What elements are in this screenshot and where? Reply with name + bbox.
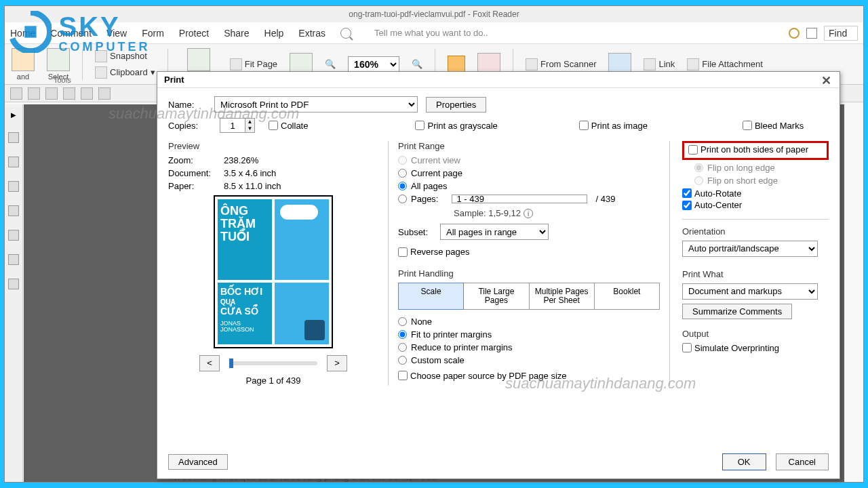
save-icon[interactable] xyxy=(28,87,40,100)
advanced-button[interactable]: Advanced xyxy=(168,454,228,470)
printer-dropdown[interactable]: Microsoft Print to PDF xyxy=(214,96,418,113)
current-view-radio[interactable]: Current view xyxy=(398,155,660,165)
output-label: Output xyxy=(682,329,829,339)
print-handling-label: Print Handling xyxy=(398,268,660,279)
sample-hint: Sample: 1,5-9,12i xyxy=(454,208,660,218)
zoom-in-icon[interactable]: 🔍 xyxy=(412,59,422,69)
window-tool-icon[interactable] xyxy=(806,28,817,39)
pages-input[interactable] xyxy=(452,195,587,203)
prev-page-button[interactable]: < xyxy=(199,355,220,371)
tab-scale[interactable]: Scale xyxy=(398,283,464,310)
auto-rotate-checkbox[interactable]: Auto-Rotate xyxy=(682,188,741,199)
menu-form[interactable]: Form xyxy=(142,28,164,39)
tab-booklet[interactable]: Booklet xyxy=(595,283,660,310)
simulate-overprinting-checkbox[interactable]: Simulate Overprinting xyxy=(682,343,779,353)
grayscale-checkbox[interactable]: Print as grayscale xyxy=(415,121,497,131)
comments-icon[interactable] xyxy=(8,181,19,192)
current-page-radio[interactable]: Current page xyxy=(398,168,660,178)
scale-custom-radio[interactable]: Custom scale xyxy=(398,355,660,365)
scale-none-radio[interactable]: None xyxy=(398,317,660,327)
print-as-image-checkbox[interactable]: Print as image xyxy=(579,121,648,131)
properties-button[interactable]: Properties xyxy=(426,97,486,113)
ok-button[interactable]: OK xyxy=(722,453,766,470)
document-size: 3.5 x 4.6 inch xyxy=(224,168,276,178)
clipboard-button[interactable]: Clipboard ▾ xyxy=(95,66,155,79)
pages-icon[interactable] xyxy=(8,157,19,167)
print-icon[interactable] xyxy=(98,87,111,100)
zoom-out-icon[interactable]: 🔍 xyxy=(325,59,336,69)
all-pages-radio[interactable]: All pages xyxy=(398,181,660,191)
title-bar: ong-tram-tuoi-pdf-vieclamvui.pdf - Foxit… xyxy=(5,6,863,22)
menu-share[interactable]: Share xyxy=(224,28,249,39)
close-icon[interactable]: ✕ xyxy=(817,73,835,88)
typewriter-tool[interactable] xyxy=(448,56,465,73)
redo-icon[interactable] xyxy=(63,87,75,100)
notification-icon[interactable] xyxy=(789,28,800,39)
scale-reduce-radio[interactable]: Reduce to printer margins xyxy=(398,342,660,352)
menu-extras[interactable]: Extras xyxy=(298,28,326,39)
flip-short-radio: Flip on short edge xyxy=(694,176,829,186)
copies-stepper[interactable]: ▲▼ xyxy=(220,118,255,133)
menu-home[interactable]: Home xyxy=(10,28,35,39)
page-slider[interactable] xyxy=(229,361,317,365)
menu-protect[interactable]: Protect xyxy=(179,28,209,39)
menu-view[interactable]: View xyxy=(106,28,127,39)
find-input[interactable]: Find xyxy=(824,26,858,41)
attachments-icon[interactable] xyxy=(8,205,19,216)
cancel-button[interactable]: Cancel xyxy=(776,453,829,470)
collate-checkbox[interactable]: Collate xyxy=(269,121,308,131)
search-icon xyxy=(340,28,351,39)
tell-me-input[interactable]: Tell me what you want to do.. xyxy=(374,28,488,38)
paper-size: 8.5 x 11.0 inch xyxy=(224,181,281,191)
hand-tool[interactable]: and xyxy=(12,48,35,81)
print-dialog: Print ✕ Name: Microsoft Print to PDF Pro… xyxy=(157,71,840,479)
from-scanner-button[interactable]: From Scanner xyxy=(526,58,596,70)
flip-long-radio: Flip on long edge xyxy=(694,163,829,173)
bookmarks-icon[interactable] xyxy=(8,132,19,143)
zoom-value: 238.26% xyxy=(224,155,258,165)
tab-tile[interactable]: Tile Large Pages xyxy=(464,283,529,310)
signatures-icon[interactable] xyxy=(8,230,19,241)
menu-help[interactable]: Help xyxy=(264,28,284,39)
snapshot-button[interactable]: Snapshot xyxy=(95,50,155,62)
bleed-marks-checkbox[interactable]: Bleed Marks xyxy=(743,121,804,131)
layers-icon[interactable] xyxy=(8,254,19,265)
menu-bar: Home Comment View Form Protect Share Hel… xyxy=(5,22,863,44)
pages-total: / 439 xyxy=(595,194,615,204)
orientation-dropdown[interactable]: Auto portrait/landscape xyxy=(682,241,818,257)
auto-center-checkbox[interactable]: Auto-Center xyxy=(682,200,742,210)
expand-icon[interactable]: ▶ xyxy=(11,111,16,119)
fit-page-button[interactable]: Fit Page xyxy=(230,58,277,70)
tab-multiple[interactable]: Multiple Pages Per Sheet xyxy=(530,283,595,310)
tool-icon[interactable] xyxy=(81,87,93,100)
menu-comment[interactable]: Comment xyxy=(50,28,92,39)
security-icon[interactable] xyxy=(8,279,19,289)
orientation-label: Orientation xyxy=(682,226,829,237)
print-what-dropdown[interactable]: Document and markups xyxy=(682,283,818,300)
page-indicator: Page 1 of 439 xyxy=(168,375,378,386)
subset-label: Subset: xyxy=(398,227,436,237)
tools-group-label: Tools xyxy=(54,76,71,84)
spin-up-icon[interactable]: ▲ xyxy=(245,119,254,125)
reverse-pages-checkbox[interactable]: Reverse pages xyxy=(398,247,469,257)
summarize-comments-button[interactable]: Summarize Comments xyxy=(682,304,792,319)
undo-icon[interactable] xyxy=(45,87,58,100)
link-button[interactable]: Link xyxy=(644,58,675,70)
paper-source-checkbox[interactable]: Choose paper source by PDF page size xyxy=(398,371,567,381)
both-sides-checkbox[interactable]: Print on both sides of paper xyxy=(688,144,808,155)
open-icon[interactable] xyxy=(10,87,22,100)
preview-label: Preview xyxy=(168,141,378,151)
zoom-dropdown[interactable]: 160% xyxy=(348,56,399,73)
next-page-button[interactable]: > xyxy=(327,355,347,371)
copies-input[interactable] xyxy=(220,119,245,132)
scale-fit-radio[interactable]: Fit to printer margins xyxy=(398,329,660,340)
file-attachment-button[interactable]: File Attachment xyxy=(687,58,763,70)
dialog-title: Print ✕ xyxy=(157,72,840,88)
spin-down-icon[interactable]: ▼ xyxy=(245,125,254,132)
pages-radio[interactable]: Pages: / 439 xyxy=(398,194,660,204)
info-icon[interactable]: i xyxy=(524,209,533,218)
subset-dropdown[interactable]: All pages in range xyxy=(440,224,549,240)
side-panel: ▶ xyxy=(5,104,23,482)
app-window: ong-tram-tuoi-pdf-vieclamvui.pdf - Foxit… xyxy=(4,5,864,483)
preview-thumbnail: ÔNG TRĂM TUỔI BỐC HƠIQUACỬA SỔJONAS JONA… xyxy=(214,195,333,348)
